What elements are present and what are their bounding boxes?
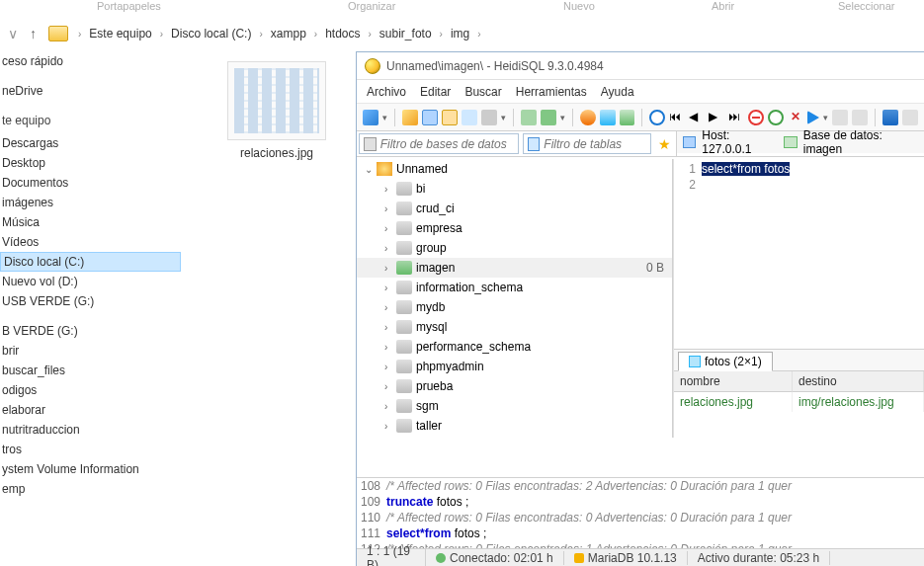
- paste-icon[interactable]: [442, 110, 458, 125]
- cancel-icon[interactable]: ✕: [788, 110, 803, 125]
- sidebar-item[interactable]: ceso rápido: [0, 51, 181, 71]
- sidebar-item[interactable]: Nuevo vol (D:): [0, 272, 181, 291]
- file-name[interactable]: relaciones.jpg: [188, 146, 366, 160]
- sql-editor[interactable]: 1 2 select*from fotos: [674, 159, 924, 349]
- tree-db-item[interactable]: ›performance_schema: [357, 337, 672, 357]
- sidebar-header[interactable]: te equipo: [0, 111, 181, 133]
- sidebar-item[interactable]: Disco local (C:): [0, 252, 181, 272]
- tree-db-item[interactable]: ›group: [357, 238, 672, 258]
- filter-db-input[interactable]: [380, 137, 514, 151]
- sidebar-item[interactable]: ystem Volume Information: [0, 459, 181, 479]
- tree-db-item[interactable]: ›test: [357, 436, 672, 438]
- breadcrumb-item[interactable]: Disco local (C:): [169, 25, 253, 42]
- export-icon[interactable]: [600, 110, 616, 125]
- next-record-icon[interactable]: ▶: [709, 110, 724, 125]
- col-nombre[interactable]: nombre: [674, 371, 793, 392]
- host-icon: [683, 136, 696, 148]
- clock-icon[interactable]: [649, 110, 665, 125]
- breadcrumb-item[interactable]: subir_foto: [378, 25, 434, 42]
- col-destino[interactable]: destino: [793, 371, 924, 392]
- import-icon[interactable]: [620, 110, 635, 125]
- database-icon: [396, 182, 412, 196]
- table-icon: [689, 356, 701, 367]
- tree-db-item[interactable]: ›bi: [357, 179, 672, 199]
- misc2-icon[interactable]: [852, 110, 868, 125]
- sidebar-item[interactable]: neDrive: [0, 81, 181, 101]
- sidebar-item[interactable]: Descargas: [0, 133, 181, 153]
- run-query-icon[interactable]: [807, 111, 819, 124]
- tree-db-item[interactable]: ›phpmyadmin: [357, 357, 672, 376]
- print-icon[interactable]: [481, 110, 497, 125]
- explorer-nav: ∨ ↑ ›Este equipo›Disco local (C:)›xampp›…: [0, 20, 924, 47]
- sidebar-item[interactable]: odigos: [0, 380, 181, 400]
- sidebar-item[interactable]: emp: [0, 479, 181, 499]
- tree-db-item[interactable]: ›sgm: [357, 396, 672, 416]
- menu-item[interactable]: Herramientas: [516, 85, 587, 99]
- tree-db-item[interactable]: ›taller: [357, 416, 672, 436]
- sidebar-item[interactable]: USB VERDE (G:): [0, 291, 181, 311]
- result-tab[interactable]: fotos (2×1): [678, 352, 773, 371]
- filter-tables[interactable]: [523, 133, 651, 154]
- last-record-icon[interactable]: ⏭: [728, 110, 744, 125]
- nav-up-icon[interactable]: ↑: [22, 26, 44, 41]
- cell-destino[interactable]: img/relaciones.jpg: [793, 392, 924, 412]
- tree-db-item[interactable]: ›mysql: [357, 317, 672, 337]
- cell-nombre[interactable]: relaciones.jpg: [674, 392, 793, 412]
- refresh-icon[interactable]: [521, 110, 537, 125]
- commit-icon[interactable]: [768, 110, 784, 125]
- tree-db-item[interactable]: ›prueba: [357, 376, 672, 396]
- nav-back-icon[interactable]: ∨: [4, 26, 22, 41]
- users-icon[interactable]: [580, 110, 596, 125]
- copy-icon[interactable]: [422, 110, 438, 125]
- host-label[interactable]: Host: 127.0.0.1: [702, 128, 778, 156]
- filter-databases[interactable]: [359, 133, 519, 154]
- results-grid[interactable]: nombre destino relaciones.jpg img/relaci…: [674, 371, 924, 412]
- sidebar-item[interactable]: buscar_files: [0, 361, 181, 380]
- sql-line-1[interactable]: select*from fotos: [702, 162, 790, 176]
- tree-db-item[interactable]: ›information_schema: [357, 278, 672, 297]
- misc-icon[interactable]: [832, 110, 848, 125]
- menu-item[interactable]: Archivo: [367, 85, 406, 99]
- breadcrumb-item[interactable]: xampp: [269, 25, 308, 42]
- tree-db-item[interactable]: ›imagen0 B: [357, 258, 672, 278]
- edit-icon[interactable]: [402, 110, 418, 125]
- magnifier-icon[interactable]: [363, 110, 378, 125]
- sidebar-item[interactable]: Documentos: [0, 173, 181, 193]
- database-label[interactable]: Base de datos: imagen: [803, 128, 918, 156]
- log-pane[interactable]: 108/* Affected rows: 0 Filas encontradas…: [357, 477, 924, 548]
- file-thumbnail[interactable]: [227, 61, 326, 140]
- sql-line-2[interactable]: [702, 177, 790, 193]
- sidebar-item[interactable]: Música: [0, 212, 181, 232]
- favorites-star-icon[interactable]: ★: [653, 131, 677, 156]
- menubar[interactable]: ArchivoEditarBuscarHerramientasAyuda: [357, 80, 924, 104]
- misc3-icon[interactable]: [902, 110, 918, 125]
- menu-item[interactable]: Editar: [420, 85, 451, 99]
- menu-item[interactable]: Ayuda: [601, 85, 634, 99]
- sidebar-item[interactable]: nutritraduccion: [0, 420, 181, 440]
- sidebar-item[interactable]: B VERDE (G:): [0, 321, 181, 341]
- refresh-all-icon[interactable]: [541, 110, 556, 125]
- sidebar-item[interactable]: imágenes: [0, 193, 181, 212]
- save-icon[interactable]: [882, 110, 898, 125]
- prev-record-icon[interactable]: ◀: [689, 110, 705, 125]
- database-tree[interactable]: ⌄Unnamed›bi›crud_ci›empresa›group›imagen…: [357, 159, 673, 438]
- sidebar-item[interactable]: Vídeos: [0, 232, 181, 252]
- menu-item[interactable]: Buscar: [464, 85, 501, 99]
- sidebar-item[interactable]: tros: [0, 440, 181, 459]
- filter-table-input[interactable]: [544, 137, 646, 151]
- breadcrumb-item[interactable]: Este equipo: [87, 25, 153, 42]
- sidebar-item[interactable]: brir: [0, 341, 181, 361]
- sidebar-item[interactable]: elaborar: [0, 400, 181, 420]
- breadcrumb-item[interactable]: htdocs: [323, 25, 362, 42]
- breadcrumb-item[interactable]: img: [449, 25, 471, 42]
- breadcrumb[interactable]: ›Este equipo›Disco local (C:)›xampp›htdo…: [72, 25, 487, 42]
- tree-db-item[interactable]: ›mydb: [357, 297, 672, 317]
- tree-db-item[interactable]: ›crud_ci: [357, 199, 672, 218]
- tree-db-item[interactable]: ›empresa: [357, 218, 672, 238]
- first-record-icon[interactable]: ⏮: [669, 110, 685, 125]
- tree-root[interactable]: ⌄Unnamed: [357, 159, 672, 179]
- sidebar-item[interactable]: Desktop: [0, 153, 181, 173]
- database-icon: [396, 419, 412, 433]
- undo-icon[interactable]: [462, 110, 477, 125]
- delete-record-icon[interactable]: [748, 110, 764, 125]
